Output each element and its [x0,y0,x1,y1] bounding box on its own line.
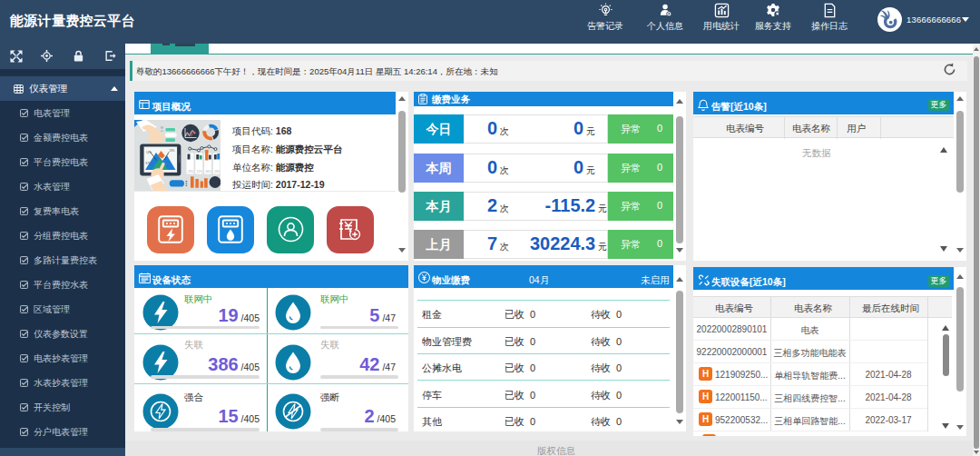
svg-text:46%: 46% [206,170,211,173]
svg-text:13%: 13% [214,170,220,173]
svg-text:21%: 21% [188,170,193,173]
svg-text:23%: 23% [170,149,175,153]
svg-text:87%: 87% [146,162,152,165]
svg-text:12%: 12% [197,170,202,173]
svg-text:14%: 14% [146,151,152,154]
